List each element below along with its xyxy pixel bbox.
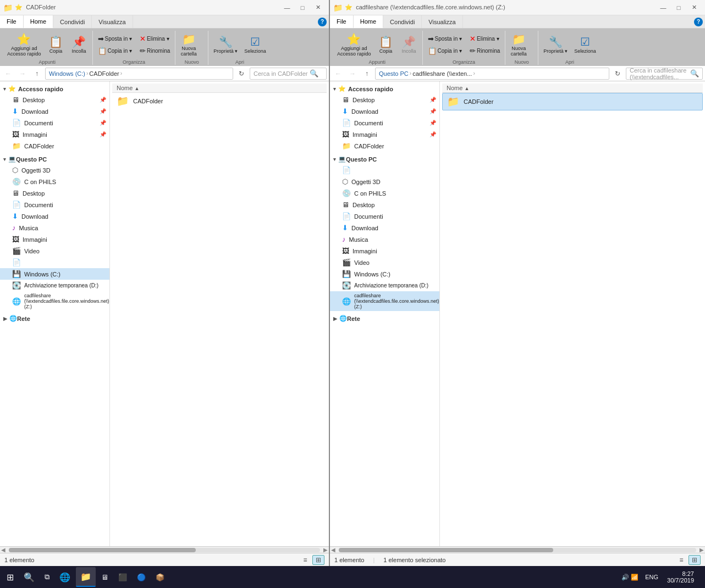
right-sidebar-cadfolder[interactable]: 📁 CADFolder bbox=[330, 140, 439, 152]
left-help-btn[interactable]: ? bbox=[318, 18, 327, 26]
left-sidebar-desktop[interactable]: 🖥 Desktop 📌 bbox=[0, 94, 109, 106]
right-cadfileshare[interactable]: 🌐 cadfileshare (\\extendcadfiles.file.co… bbox=[330, 291, 439, 311]
search-button[interactable]: 🔍 bbox=[19, 567, 39, 587]
left-scroll-right[interactable]: ▶ bbox=[322, 547, 329, 553]
left-addr-pc[interactable]: Windows (C:) bbox=[49, 70, 85, 77]
left-windows-c[interactable]: 💾 Windows (C:) bbox=[0, 268, 109, 280]
right-addr-pc[interactable]: Questo PC bbox=[379, 70, 409, 77]
file-explorer-button[interactable]: 📁 bbox=[76, 567, 96, 587]
task-view-button[interactable]: ⧉ bbox=[40, 567, 54, 587]
right-tab-condividi[interactable]: Condividi bbox=[383, 15, 422, 28]
right-tab-home[interactable]: Home bbox=[354, 15, 383, 28]
right-scroll-thumb[interactable] bbox=[339, 548, 553, 552]
right-scrollbar[interactable]: ◀ ▶ bbox=[330, 546, 705, 553]
right-address-box[interactable]: Questo PC › cadfileshare (\\exten... › bbox=[375, 68, 609, 80]
left-refresh-btn[interactable]: ↻ bbox=[235, 68, 247, 80]
right-elimina-btn[interactable]: ✕ Elimina ▾ bbox=[467, 33, 502, 45]
right-immagini2[interactable]: 🖼 Immagini bbox=[330, 245, 439, 257]
left-forward-btn[interactable]: → bbox=[16, 68, 29, 80]
edge-button[interactable]: 🌐 bbox=[55, 567, 75, 587]
left-copia-in-btn[interactable]: 📋 Copia in ▾ bbox=[95, 45, 135, 57]
left-sidebar-documenti[interactable]: 📄 Documenti 📌 bbox=[0, 117, 109, 129]
left-video[interactable]: 🎬 Video bbox=[0, 245, 109, 257]
right-refresh-btn[interactable]: ↻ bbox=[612, 68, 624, 80]
right-documenti2[interactable]: 📄 Documenti bbox=[330, 210, 439, 222]
right-tab-file[interactable]: File bbox=[330, 15, 354, 28]
left-quick-access-header[interactable]: ▾ ⭐ Accesso rapido bbox=[0, 84, 109, 94]
left-scrollbar[interactable]: ◀ ▶ bbox=[0, 546, 329, 553]
right-desktop2[interactable]: 🖥 Desktop bbox=[330, 199, 439, 210]
left-back-btn[interactable]: ← bbox=[2, 68, 14, 80]
right-windows-c[interactable]: 💾 Windows (C:) bbox=[330, 268, 439, 280]
left-sidebar-immagini[interactable]: 🖼 Immagini 📌 bbox=[0, 129, 109, 140]
right-help-btn[interactable]: ? bbox=[694, 18, 703, 26]
right-proprieta-btn[interactable]: 🔧 Proprietà ▾ bbox=[541, 34, 570, 56]
right-minimize-btn[interactable]: — bbox=[656, 2, 671, 13]
right-conphils[interactable]: 💿 C on PHILS bbox=[330, 187, 439, 199]
right-sposta-btn[interactable]: ➡ Sposta in ▾ bbox=[425, 33, 465, 45]
left-view-details-btn[interactable]: ≡ bbox=[299, 555, 311, 565]
show-desktop-btn[interactable] bbox=[700, 567, 703, 587]
remote-button[interactable]: 🖥 bbox=[97, 567, 113, 587]
right-back-btn[interactable]: ← bbox=[332, 68, 344, 80]
left-questo-pc-header[interactable]: ▾ 💻 Questo PC bbox=[0, 154, 109, 164]
right-scroll-right[interactable]: ▶ bbox=[698, 547, 705, 553]
left-sposta-btn[interactable]: ➡ Sposta in ▾ bbox=[95, 33, 135, 45]
right-rinomina-btn[interactable]: ✏ Rinomina bbox=[467, 45, 503, 57]
right-download2[interactable]: ⬇ Download bbox=[330, 222, 439, 234]
right-rete-header[interactable]: ▶ 🌐 Rete bbox=[330, 313, 439, 324]
left-tab-visualizza[interactable]: Visualizza bbox=[92, 15, 133, 28]
left-col-name[interactable]: Nome ▲ bbox=[117, 85, 322, 91]
right-quick-access-header[interactable]: ▾ ⭐ Accesso rapido bbox=[330, 84, 439, 94]
right-sidebar-immagini[interactable]: 🖼 Immagini 📌 bbox=[330, 129, 439, 140]
right-seleziona-btn[interactable]: ☑ Seleziona bbox=[571, 34, 599, 56]
right-nuova-cartella-btn[interactable]: 📁 Nuovacartella bbox=[508, 31, 530, 58]
left-immagini2[interactable]: 🖼 Immagini bbox=[0, 234, 109, 245]
right-accesso-rapido-btn[interactable]: ⭐ Aggiungi adAccesso rapido bbox=[334, 31, 374, 58]
right-sidebar-download[interactable]: ⬇ Download 📌 bbox=[330, 106, 439, 117]
right-close-btn[interactable]: ✕ bbox=[686, 2, 702, 13]
left-copia-btn[interactable]: 📋 Copia bbox=[45, 34, 67, 56]
left-search-icon[interactable]: 🔍 bbox=[310, 69, 318, 77]
left-incolla-btn[interactable]: 📌 Incolla bbox=[68, 34, 90, 56]
left-proprieta-btn[interactable]: 🔧 Proprietà ▾ bbox=[211, 34, 240, 56]
left-file-cadfolder[interactable]: 📁 CADFolder bbox=[112, 93, 327, 109]
left-cadfileshare[interactable]: 🌐 cadfileshare (\\extendcadfiles.file.co… bbox=[0, 291, 109, 311]
left-scroll-left[interactable]: ◀ bbox=[0, 547, 7, 553]
left-maximize-btn[interactable]: □ bbox=[295, 2, 310, 13]
right-sidebar-desktop[interactable]: 🖥 Desktop 📌 bbox=[330, 94, 439, 106]
left-accesso-rapido-btn[interactable]: ⭐ Aggiungi adAccesso rapido bbox=[4, 31, 44, 58]
left-oggetti3d[interactable]: ⬡ Oggetti 3D bbox=[0, 164, 109, 176]
start-button[interactable]: ⊞ bbox=[2, 567, 18, 587]
left-scroll-thumb[interactable] bbox=[9, 548, 196, 552]
right-blank-item[interactable]: 📄 bbox=[330, 164, 439, 176]
right-address-input[interactable] bbox=[475, 70, 605, 77]
left-download2[interactable]: ⬇ Download bbox=[0, 210, 109, 222]
right-file-cadfolder[interactable]: 📁 CADFolder bbox=[442, 93, 703, 110]
right-search-icon[interactable]: 🔍 bbox=[690, 69, 699, 77]
left-sidebar-download[interactable]: ⬇ Download 📌 bbox=[0, 106, 109, 117]
taskbar-clock[interactable]: 8:27 30/7/2019 bbox=[663, 570, 698, 584]
right-col-name[interactable]: Nome ▲ bbox=[447, 85, 698, 91]
right-view-tiles-btn[interactable]: ⊞ bbox=[689, 555, 701, 565]
left-elimina-btn[interactable]: ✕ Elimina ▾ bbox=[137, 33, 172, 45]
right-copia-in-btn[interactable]: 📋 Copia in ▾ bbox=[425, 45, 465, 57]
right-forward-btn[interactable]: → bbox=[346, 68, 359, 80]
left-address-box[interactable]: Windows (C:) › CADFolder › bbox=[45, 68, 233, 80]
right-video[interactable]: 🎬 Video bbox=[330, 257, 439, 268]
left-rinomina-btn[interactable]: ✏ Rinomina bbox=[137, 45, 173, 57]
right-copia-btn[interactable]: 📋 Copia bbox=[375, 34, 397, 56]
right-scroll-left[interactable]: ◀ bbox=[330, 547, 337, 553]
left-scroll-track[interactable] bbox=[9, 548, 320, 552]
left-archiviazione[interactable]: 💽 Archiviazione temporanea (D:) bbox=[0, 280, 109, 291]
left-tab-file[interactable]: File bbox=[0, 15, 24, 28]
left-sidebar-cadfolder[interactable]: 📁 CADFolder bbox=[0, 140, 109, 152]
left-view-tiles-btn[interactable]: ⊞ bbox=[312, 555, 324, 565]
left-up-btn[interactable]: ↑ bbox=[31, 68, 43, 80]
powershell-button[interactable]: 🔵 bbox=[133, 567, 150, 587]
left-tab-condividi[interactable]: Condividi bbox=[53, 15, 92, 28]
right-oggetti3d[interactable]: ⬡ Oggetti 3D bbox=[330, 176, 439, 187]
right-incolla-btn[interactable]: 📌 Incolla bbox=[398, 34, 420, 56]
left-tab-home[interactable]: Home bbox=[24, 15, 53, 28]
right-archiviazione[interactable]: 💽 Archiviazione temporanea (D:) bbox=[330, 280, 439, 291]
